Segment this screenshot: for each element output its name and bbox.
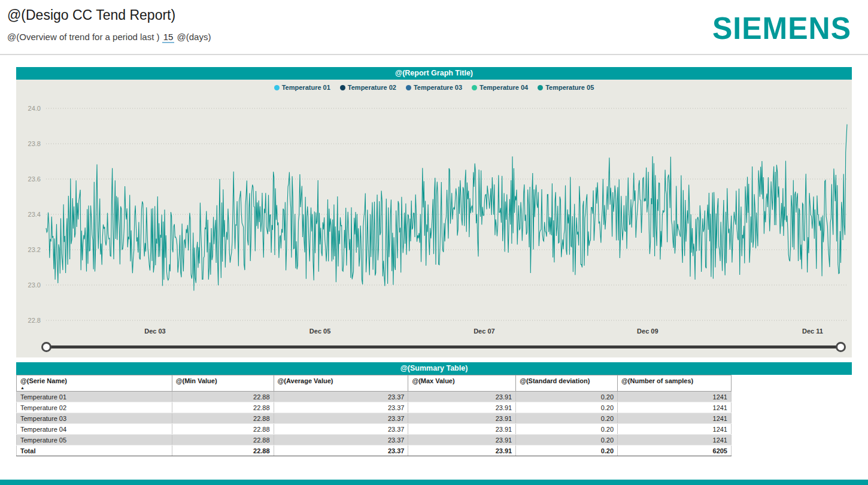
table-row: Temperature 0322.8823.3723.910.201241	[17, 413, 732, 424]
value-cell: 1241	[618, 402, 732, 413]
column-header[interactable]: @(Average Value)	[274, 375, 408, 392]
value-cell: 23.91	[408, 435, 516, 445]
value-cell: 1241	[618, 392, 732, 402]
report-subtitle: @(Overview of trend for a period last ) …	[7, 32, 211, 42]
legend-swatch-icon	[538, 85, 543, 90]
legend-swatch-icon	[406, 85, 411, 90]
serie-name-cell: Temperature 02	[17, 402, 172, 413]
summary-table-title: @(Summary Table)	[16, 362, 852, 375]
serie-name-cell: Temperature 01	[17, 392, 172, 402]
total-row: Total22.8823.3723.910.206205	[17, 445, 732, 456]
column-header[interactable]: @(Number of samples)	[618, 375, 732, 392]
summary-table-body: Temperature 0122.8823.3723.910.201241Tem…	[17, 392, 732, 456]
summary-table: @(Serie Name)▲@(Min Value)@(Average Valu…	[16, 375, 732, 456]
column-header[interactable]: @(Standard deviation)	[516, 375, 618, 392]
value-cell: 23.37	[274, 392, 408, 402]
legend-label: Temperature 03	[414, 84, 462, 91]
legend-item[interactable]: Temperature 02	[340, 84, 396, 91]
sort-ascending-icon[interactable]: ▲	[20, 386, 168, 390]
svg-text:Dec 07: Dec 07	[474, 328, 494, 335]
svg-text:24.0: 24.0	[28, 105, 41, 112]
value-cell: 23.37	[274, 402, 408, 413]
svg-text:Dec 05: Dec 05	[309, 328, 330, 335]
legend-item[interactable]: Temperature 03	[406, 84, 462, 91]
value-cell: 0.20	[516, 445, 618, 456]
value-cell: 22.88	[172, 435, 274, 445]
column-header[interactable]: @(Max Value)	[408, 375, 516, 392]
value-cell: 23.91	[408, 445, 516, 456]
value-cell: 0.20	[516, 435, 618, 445]
legend-swatch-icon	[274, 85, 280, 90]
page-title: @(Desigo CC Tend Report)	[7, 7, 211, 23]
value-cell: 6205	[618, 445, 732, 456]
header-titles: @(Desigo CC Tend Report) @(Overview of t…	[7, 6, 211, 42]
legend-label: Temperature 05	[545, 84, 594, 91]
legend-item[interactable]: Temperature 04	[472, 84, 528, 91]
slider-handle-left[interactable]	[41, 342, 51, 352]
table-row: Temperature 0122.8823.3723.910.201241	[17, 392, 732, 402]
value-cell: 23.37	[274, 445, 408, 456]
value-cell: 23.91	[408, 424, 516, 435]
svg-text:Dec 03: Dec 03	[144, 328, 165, 335]
legend-label: Temperature 02	[348, 84, 396, 91]
serie-name-cell: Temperature 03	[17, 413, 172, 424]
svg-text:Dec 09: Dec 09	[637, 328, 658, 335]
subtitle-suffix: @(days)	[177, 32, 211, 42]
table-row: Temperature 0422.8823.3723.910.201241	[17, 424, 732, 435]
header-divider	[0, 54, 868, 55]
svg-text:23.8: 23.8	[28, 140, 41, 147]
legend: Temperature 01Temperature 02Temperature …	[16, 82, 852, 93]
column-header[interactable]: @(Serie Name)▲	[17, 375, 172, 392]
subtitle-prefix: @(Overview of trend for a period last )	[7, 32, 160, 42]
value-cell: 22.88	[172, 445, 274, 456]
svg-text:23.6: 23.6	[28, 175, 41, 183]
legend-item[interactable]: Temperature 01	[274, 84, 330, 91]
value-cell: 23.91	[408, 392, 516, 402]
svg-text:23.4: 23.4	[28, 211, 41, 218]
value-cell: 22.88	[172, 413, 274, 424]
table-row: Temperature 0222.8823.3723.910.201241	[17, 402, 732, 413]
value-cell: 23.37	[274, 413, 408, 424]
table-row: Temperature 0522.8823.3723.910.201241	[17, 435, 732, 445]
siemens-logo: SIEMENS	[712, 10, 851, 46]
chart-panel: @(Report Graph Title) Temperature 01Temp…	[16, 67, 852, 357]
range-slider[interactable]	[44, 341, 843, 354]
legend-label: Temperature 01	[282, 84, 330, 91]
value-cell: 23.37	[274, 435, 408, 445]
chart-panel-title: @(Report Graph Title)	[16, 67, 852, 80]
legend-item[interactable]: Temperature 05	[538, 84, 594, 91]
value-cell: 1241	[618, 435, 732, 445]
report-header: @(Desigo CC Tend Report) @(Overview of t…	[0, 0, 868, 50]
legend-swatch-icon	[340, 85, 345, 90]
svg-text:23.0: 23.0	[28, 281, 41, 289]
serie-name-cell: Temperature 05	[17, 435, 172, 445]
column-header[interactable]: @(Min Value)	[172, 375, 274, 392]
summary-table-panel: @(Summary Table) @(Serie Name)▲@(Min Val…	[16, 362, 852, 456]
svg-text:23.2: 23.2	[28, 246, 41, 253]
value-cell: 23.37	[274, 424, 408, 435]
value-cell: 1241	[618, 424, 732, 435]
value-cell: 0.20	[516, 392, 618, 402]
trend-chart: 22.823.023.223.423.623.824.0Dec 03Dec 05…	[16, 93, 852, 340]
slider-track[interactable]	[46, 345, 841, 348]
value-cell: 22.88	[172, 402, 274, 413]
value-cell: 22.88	[172, 424, 274, 435]
chart-body: Temperature 01Temperature 02Temperature …	[16, 80, 852, 357]
summary-table-header-row: @(Serie Name)▲@(Min Value)@(Average Valu…	[17, 375, 732, 392]
footer-bar	[0, 480, 868, 485]
value-cell: 1241	[618, 413, 732, 424]
legend-swatch-icon	[472, 85, 477, 90]
legend-label: Temperature 04	[479, 84, 528, 91]
value-cell: 23.91	[408, 413, 516, 424]
serie-name-cell: Temperature 04	[17, 424, 172, 435]
svg-text:Dec 11: Dec 11	[802, 328, 823, 335]
value-cell: 0.20	[516, 424, 618, 435]
value-cell: 22.88	[172, 392, 274, 402]
value-cell: 0.20	[516, 413, 618, 424]
svg-text:22.8: 22.8	[28, 317, 41, 324]
value-cell: 23.91	[408, 402, 516, 413]
serie-name-cell: Total	[17, 445, 172, 456]
value-cell: 0.20	[516, 402, 618, 413]
period-days-value[interactable]: 15	[162, 32, 175, 43]
slider-handle-right[interactable]	[836, 342, 846, 352]
